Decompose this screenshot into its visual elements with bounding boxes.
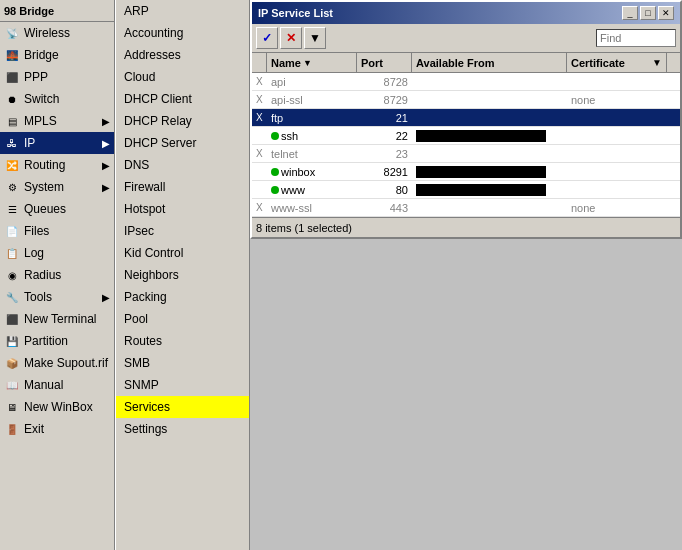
sidebar-item-ppp[interactable]: ⬛ PPP (0, 66, 114, 88)
sidebar-item-ip[interactable]: 🖧 IP ▶ (0, 132, 114, 154)
submenu-item-dhcp-client[interactable]: DHCP Client (116, 88, 249, 110)
submenu-item-dns[interactable]: DNS (116, 154, 249, 176)
submenu-item-dhcp-relay[interactable]: DHCP Relay (116, 110, 249, 132)
sidebar-item-manual-label: Manual (24, 378, 110, 392)
system-arrow: ▶ (102, 182, 110, 193)
sidebar-item-tools-label: Tools (24, 290, 110, 304)
sidebar-item-exit-label: Exit (24, 422, 110, 436)
table-row[interactable]: X telnet 23 (252, 145, 680, 163)
routing-icon: 🔀 (4, 157, 20, 173)
sidebar-item-tools[interactable]: 🔧 Tools ▶ (0, 286, 114, 308)
status-bar: 8 items (1 selected) (252, 217, 680, 237)
submenu-item-services[interactable]: Services (116, 396, 249, 418)
sidebar-item-routing-label: Routing (24, 158, 110, 172)
sidebar-item-new-terminal[interactable]: ⬛ New Terminal (0, 308, 114, 330)
table-row[interactable]: X api 8728 (252, 73, 680, 91)
sidebar-item-radius[interactable]: ◉ Radius (0, 264, 114, 286)
bridge-icon: 🌉 (4, 47, 20, 63)
table-row[interactable]: X ftp 21 (252, 109, 680, 127)
submenu-item-ipsec[interactable]: IPsec (116, 220, 249, 242)
sidebar: 98 Bridge 📡 Wireless 🌉 Bridge ⬛ PPP ⏺ Sw… (0, 0, 115, 550)
sidebar-item-log[interactable]: 📋 Log (0, 242, 114, 264)
sidebar-item-manual[interactable]: 📖 Manual (0, 374, 114, 396)
row-port: 21 (357, 111, 412, 125)
table-header: Name ▼ Port Available From Certificate ▼ (252, 53, 680, 73)
submenu-item-smb[interactable]: SMB (116, 352, 249, 374)
minimize-button[interactable]: _ (622, 6, 638, 20)
sidebar-item-queues-label: Queues (24, 202, 110, 216)
sidebar-item-wireless[interactable]: 📡 Wireless (0, 22, 114, 44)
submenu-item-settings[interactable]: Settings (116, 418, 249, 440)
submenu-item-dhcp-server[interactable]: DHCP Server (116, 132, 249, 154)
sidebar-item-ip-label: IP (24, 136, 110, 150)
sidebar-item-radius-label: Radius (24, 268, 110, 282)
row-mark (252, 135, 267, 137)
row-name: api (267, 75, 357, 89)
sidebar-item-switch-label: Switch (24, 92, 110, 106)
table-row[interactable]: winbox 8291 (252, 163, 680, 181)
row-port: 8729 (357, 93, 412, 107)
submenu-item-routes[interactable]: Routes (116, 330, 249, 352)
submenu-item-arp[interactable]: ARP (116, 0, 249, 22)
service-table: Name ▼ Port Available From Certificate ▼… (252, 53, 680, 217)
row-port: 22 (357, 129, 412, 143)
table-row[interactable]: ssh 22 (252, 127, 680, 145)
submenu-item-hotspot[interactable]: Hotspot (116, 198, 249, 220)
system-icon: ⚙ (4, 179, 20, 195)
delete-button[interactable]: ✕ (280, 27, 302, 49)
row-available (412, 183, 567, 197)
filter-button[interactable]: ▼ (304, 27, 326, 49)
search-input[interactable] (596, 29, 676, 47)
window-controls: _ □ ✕ (622, 6, 674, 20)
add-button[interactable]: ✓ (256, 27, 278, 49)
sidebar-item-bridge[interactable]: 🌉 Bridge (0, 44, 114, 66)
sidebar-item-files-label: Files (24, 224, 110, 238)
table-row[interactable]: www 80 (252, 181, 680, 199)
sidebar-item-routing[interactable]: 🔀 Routing ▶ (0, 154, 114, 176)
th-port[interactable]: Port (357, 53, 412, 72)
submenu-item-cloud[interactable]: Cloud (116, 66, 249, 88)
close-button[interactable]: ✕ (658, 6, 674, 20)
ip-icon: 🖧 (4, 135, 20, 151)
row-port: 443 (357, 201, 412, 215)
exit-icon: 🚪 (4, 421, 20, 437)
sidebar-item-files[interactable]: 📄 Files (0, 220, 114, 242)
sidebar-item-new-winbox[interactable]: 🖥 New WinBox (0, 396, 114, 418)
maximize-button[interactable]: □ (640, 6, 656, 20)
submenu-item-snmp[interactable]: SNMP (116, 374, 249, 396)
row-certificate (567, 81, 667, 83)
sidebar-item-log-label: Log (24, 246, 110, 260)
row-available (412, 81, 567, 83)
routing-arrow: ▶ (102, 160, 110, 171)
table-row[interactable]: X api-ssl 8729 none (252, 91, 680, 109)
certificate-dropdown-icon[interactable]: ▼ (652, 57, 662, 68)
submenu-item-kid-control[interactable]: Kid Control (116, 242, 249, 264)
submenu-item-pool[interactable]: Pool (116, 308, 249, 330)
submenu-item-firewall[interactable]: Firewall (116, 176, 249, 198)
sidebar-item-mpls-label: MPLS (24, 114, 110, 128)
sidebar-item-ppp-label: PPP (24, 70, 110, 84)
submenu-item-accounting[interactable]: Accounting (116, 22, 249, 44)
sidebar-item-partition[interactable]: 💾 Partition (0, 330, 114, 352)
sidebar-item-switch[interactable]: ⏺ Switch (0, 88, 114, 110)
sidebar-item-mpls[interactable]: ▤ MPLS ▶ (0, 110, 114, 132)
sidebar-item-exit[interactable]: 🚪 Exit (0, 418, 114, 440)
submenu-item-addresses[interactable]: Addresses (116, 44, 249, 66)
row-certificate (567, 117, 667, 119)
th-certificate[interactable]: Certificate ▼ (567, 53, 667, 72)
redacted-bar (416, 130, 546, 142)
submenu-item-neighbors[interactable]: Neighbors (116, 264, 249, 286)
th-available-from[interactable]: Available From (412, 53, 567, 72)
row-name: telnet (267, 147, 357, 161)
row-mark (252, 189, 267, 191)
row-name: api-ssl (267, 93, 357, 107)
sidebar-item-system[interactable]: ⚙ System ▶ (0, 176, 114, 198)
queues-icon: ☰ (4, 201, 20, 217)
row-port: 8728 (357, 75, 412, 89)
sidebar-item-make-supout[interactable]: 📦 Make Supout.rif (0, 352, 114, 374)
th-name[interactable]: Name ▼ (267, 53, 357, 72)
row-port: 80 (357, 183, 412, 197)
submenu-item-packing[interactable]: Packing (116, 286, 249, 308)
sidebar-item-queues[interactable]: ☰ Queues (0, 198, 114, 220)
table-row[interactable]: X www-ssl 443 none (252, 199, 680, 217)
